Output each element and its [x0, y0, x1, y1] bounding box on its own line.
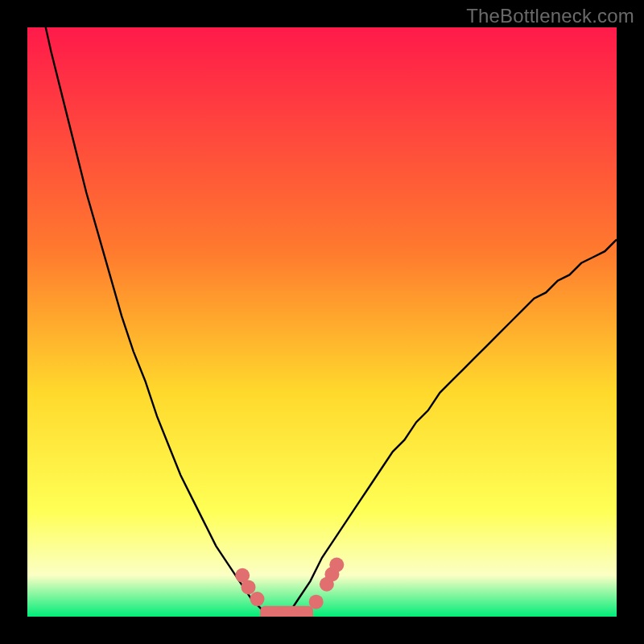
curve-marker: [309, 595, 324, 609]
watermark-text: TheBottleneck.com: [466, 5, 634, 27]
gradient-background: [27, 27, 617, 617]
curve-marker: [250, 592, 264, 606]
curve-marker: [242, 580, 256, 594]
chart-container: TheBottleneck.com: [0, 0, 644, 644]
plot-area: [27, 27, 617, 617]
curve-marker: [329, 558, 344, 572]
bottleneck-chart: [27, 27, 617, 617]
